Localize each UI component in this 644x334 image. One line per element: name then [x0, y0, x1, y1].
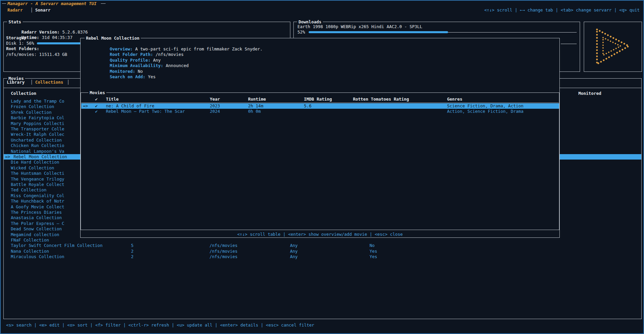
collection-root-folder: /nfs/movies	[209, 254, 238, 259]
collection-name: Lady and the Tramp Co	[11, 99, 64, 104]
monitored-check-icon: ✔	[95, 109, 98, 114]
root-folders-label: Root Folders:	[6, 46, 39, 51]
tab-separator: │	[30, 7, 33, 13]
header-underline	[81, 103, 559, 103]
collection-name: FNaF Collection	[11, 237, 49, 243]
tab-library[interactable]: Library	[7, 80, 25, 85]
collection-name: Anastasia Collection	[11, 215, 62, 221]
column-header-year: Year	[210, 97, 220, 102]
selection-prefix: =>	[5, 154, 10, 160]
tab-collections[interactable]: Collections	[35, 80, 63, 85]
collection-name: Uncharted Collection	[11, 138, 62, 143]
collection-name: Battle Royale Collect	[11, 182, 64, 187]
app-title: Managarr - A Servarr management TUI	[7, 1, 96, 6]
collection-name: Die Hard Collection	[11, 160, 59, 165]
movie-runtime: 0h 0m	[248, 109, 261, 114]
field-value: Yes	[148, 74, 156, 79]
gauge-fill	[309, 31, 448, 33]
collection-quality-profile: Any	[290, 243, 298, 248]
column-header-collection: Collection	[11, 91, 36, 96]
collection-name: Nana Collection	[11, 249, 49, 254]
servarr-tab-radarr[interactable]: Radarr	[7, 7, 23, 13]
column-header-title: Title	[106, 97, 119, 102]
footer-keybinds: <s> search | <e> edit | <o> sort | <f> f…	[6, 322, 314, 328]
collection-row[interactable]: Nana Collection 2 /nfs/movies Any Yes	[4, 249, 641, 254]
collection-name: Mary Poppins Collecti	[11, 121, 64, 126]
movie-genres: Science Fiction, Drama, Action	[447, 103, 524, 109]
modal-keybinds: <↑↓> scroll table | <enter> show overvie…	[81, 232, 559, 237]
column-header-genres: Genres	[447, 97, 462, 102]
collection-number-of-movies: 2	[131, 249, 134, 254]
collection-name: Ted Collection	[11, 187, 46, 193]
movie-row[interactable]: => ✔ ne: A Child of Fire 2023 2h 14m 5.6…	[81, 103, 559, 109]
collection-name: Chicken Run Collectio	[11, 143, 64, 148]
movie-year: 2023	[210, 103, 220, 109]
collection-name: Dead Snow Collection	[11, 226, 62, 232]
collection-name: Miss Congeniality Col	[11, 193, 64, 199]
collection-name: Wreck-It Ralph Collec	[11, 132, 64, 137]
column-header-runtime: Runtime	[248, 97, 266, 102]
tab-separator: │	[30, 80, 33, 85]
collection-row[interactable]: Taylor Swift Concert Film Collection 5 /…	[4, 243, 641, 248]
collection-details-modal: Rebel Moon Collection Overview:A two-par…	[80, 38, 560, 238]
collection-number-of-movies: 5	[131, 243, 134, 248]
collection-root-folder: /nfs/movies	[209, 243, 238, 248]
servarr-tab-sonarr[interactable]: Sonarr	[35, 7, 50, 13]
collection-quality-profile: Any	[290, 254, 298, 259]
collection-name: The Huntsman Collecti	[11, 171, 64, 176]
movie-runtime: 2h 14m	[248, 103, 263, 109]
column-header-monitored-check: ✔	[95, 97, 98, 102]
collection-name: Shrek Collection	[11, 110, 51, 115]
collection-row[interactable]: Miraculous Collection 2 /nfs/movies Any …	[4, 254, 641, 259]
logo-panel	[584, 22, 642, 72]
collection-name: The Princess Diaries	[11, 210, 62, 215]
uptime-value: 31d 04:35:37	[42, 35, 72, 40]
collection-name: The Transporter Colle	[11, 126, 64, 132]
selection-prefix: =>	[83, 103, 88, 109]
collection-name: Barbie Fairytopia Col	[11, 115, 64, 121]
download-gauge	[309, 29, 577, 35]
modal-title: Rebel Moon Collection	[85, 36, 141, 41]
title-rule-left	[2, 3, 6, 4]
root-folder-usage: /nfs/movies: 11511.43 GB	[6, 52, 67, 57]
collection-root-folder: /nfs/movies	[209, 249, 238, 254]
collection-name: Miraculous Collection	[11, 254, 64, 259]
collection-name: Taylor Swift Concert Film Collection	[11, 243, 103, 248]
collection-name: Frozen Collection	[11, 104, 54, 109]
monitored-check-icon: ✔	[95, 103, 98, 109]
modal-movies-title: Movies	[88, 90, 106, 96]
collection-number-of-movies: 2	[131, 254, 134, 259]
field-label: Search on Add:	[110, 74, 145, 79]
tab-separator: │	[67, 80, 70, 85]
column-header-imdb-rating: IMDB Rating	[304, 97, 332, 102]
detail-field: Search on Add:Yes	[84, 69, 156, 85]
column-header-monitored: Monitored	[578, 91, 601, 96]
collection-search-on-add: Yes	[370, 254, 377, 259]
collection-row[interactable]: FNaF Collection	[4, 237, 641, 243]
movie-year: 2024	[210, 109, 220, 114]
collection-quality-profile: Any	[290, 249, 298, 254]
modal-movies-rows: => ✔ ne: A Child of Fire 2023 2h 14m 5.6…	[81, 103, 559, 115]
movie-imdb-rating: 5.6	[304, 103, 312, 109]
movie-title: Rebel Moon – Part Two: The Scar	[106, 109, 185, 114]
top-keybinds: <↑↓> scroll | ←→ change tab | <tab> chan…	[484, 7, 640, 13]
collection-fields: Overview:A two-part sci-fi epic from fil…	[84, 41, 551, 75]
download-percent: 52%	[297, 29, 305, 35]
collection-search-on-add: Yes	[370, 249, 377, 254]
disk-usage-label: Disk 1: 56%	[6, 41, 34, 46]
collection-name: Megamind collection	[11, 232, 59, 237]
modal-movies-table: Movies ✔ Title Year Runtime IMDB Rating …	[81, 92, 559, 230]
collection-name: Rebel Moon Collection	[14, 154, 67, 160]
collection-name: The Polar Express – C	[11, 221, 64, 226]
download-name: Earth 1998 1080p WEBRip x265 Hindi AAC2.…	[297, 24, 422, 29]
field-value: Announced	[166, 63, 189, 68]
managarr-screen: Managarr - A Servarr management TUI Rada…	[0, 0, 644, 334]
storage-label: Storage:	[6, 35, 26, 41]
title-rule-right	[101, 3, 106, 4]
movie-title: ne: A Child of Fire	[106, 103, 154, 109]
movie-genres: Action, Science Fiction, Drama	[447, 109, 524, 114]
movie-row[interactable]: ✔ Rebel Moon – Part Two: The Scar 2024 0…	[81, 109, 559, 114]
partial-gauge-track	[561, 44, 577, 44]
collection-name: National Lampoon's Va	[11, 149, 64, 154]
collection-name: The Vengeance Trilogy	[11, 176, 64, 182]
